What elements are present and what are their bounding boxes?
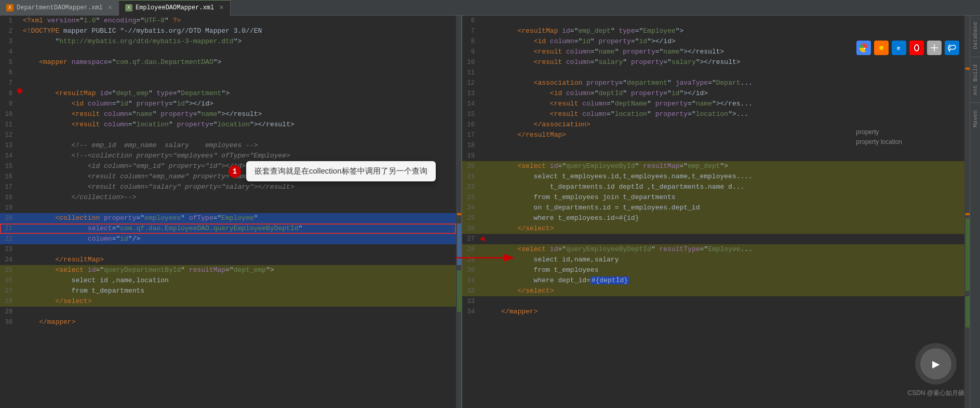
right-line-21: 21 select t_employees.id,t_employees.nam… <box>462 172 964 182</box>
csdn-text-label: CSDN @素心如月砸 <box>907 389 964 398</box>
tooltip-bubble: 嵌套查询就是在collection标签中调用了另一个查询 <box>246 161 436 181</box>
code-line-3: 3 "http://mybatis.org/dtd/mybatis-3-mapp… <box>0 36 456 47</box>
right-line-26: 26 </select> <box>462 223 964 234</box>
csdn-watermark: ▶ CSDN @素心如月砸 <box>907 343 964 398</box>
right-line-28: 28 <select id="queryEmployeeByDeptId" re… <box>462 244 964 255</box>
code-line-19: 19 <box>0 203 456 213</box>
right-line-22: 22 t_departments.id deptId ,t_department… <box>462 182 964 192</box>
tab-icon-left: X <box>6 4 14 11</box>
tab-label-right: EmployeeDAOMapper.xml <box>136 4 214 11</box>
sidebar-tab-maven[interactable]: Maven <box>971 106 979 131</box>
gutter-mark-green-right2 <box>965 296 970 327</box>
gutter-mark-green-left <box>457 270 461 312</box>
tab-icon-right: X <box>125 4 132 11</box>
right-line-31: 31 where dept_id=#{deptId} <box>462 275 964 286</box>
code-line-22: 22 column="id"/> <box>0 234 456 244</box>
code-line-17: 17 <result column="salary" property="sal… <box>0 182 456 192</box>
right-line-27: 27 ◀ <box>462 234 964 244</box>
edge-icon[interactable] <box>945 41 959 55</box>
svg-point-3 <box>879 46 883 50</box>
right-line-30: 30 from t_employees <box>462 265 964 275</box>
right-line-29: 29 select id,name,salary <box>462 255 964 265</box>
right-line-12: 12 <association property="department" ja… <box>462 78 964 88</box>
right-line-24: 24 on t_departments.id = t_employees.dep… <box>462 203 964 213</box>
left-code-content: 1 <?xml version="1.0" encoding="UTF-8" ?… <box>0 16 456 408</box>
tab-bar: X DepartmentDAOMapper.xml × X EmployeeDA… <box>0 0 980 16</box>
code-line-7: 7 <box>0 78 456 88</box>
code-line-9: 9 <id column="id" property="id"></id> <box>0 99 456 109</box>
right-gutter <box>964 16 970 408</box>
code-line-13: 13 <!-- emp_id emp_name salary employees… <box>0 140 456 151</box>
right-line-19: 19 <box>462 151 964 161</box>
gutter-mark-green-right <box>965 218 970 291</box>
firefox-icon[interactable] <box>874 41 889 55</box>
ie-icon[interactable]: e <box>892 41 906 55</box>
annotation-area: property property location <box>856 127 902 147</box>
right-editor[interactable]: 6 7 <resultMap id="emp_dept" type="Emplo… <box>462 16 970 408</box>
code-line-26: 26 select id ,name,location <box>0 275 456 286</box>
gutter-mark-orange-right <box>965 213 970 215</box>
vertical-sidebar: Database Ant Build Maven <box>970 16 980 408</box>
browser-toolbar-icons: e <box>856 41 959 55</box>
opera-icon[interactable] <box>909 41 924 55</box>
code-line-28: 28 </select> <box>0 296 456 307</box>
annotation-property: property <box>856 127 902 137</box>
code-line-21: 21 select="com.qf.dao.EmployeeDAO.queryE… <box>0 223 456 234</box>
right-line-23: 23 from t_employees join t_departments <box>462 192 964 203</box>
tooltip-overlay: 1 嵌套查询就是在collection标签中调用了另一个查询 <box>229 161 436 181</box>
right-line-13: 13 <id column="deptId" property="id"></i… <box>462 88 964 99</box>
right-line-33: 33 <box>462 296 964 307</box>
right-line-6: 6 <box>462 16 964 26</box>
main-content: 1 <?xml version="1.0" encoding="UTF-8" ?… <box>0 16 980 408</box>
code-line-29: 29 <box>0 307 456 317</box>
sidebar-tab-database[interactable]: Database <box>971 18 979 54</box>
code-line-18: 18 </collection>--> <box>0 192 456 203</box>
svg-text:e: e <box>897 45 901 51</box>
tab-employee-mapper[interactable]: X EmployeeDAOMapper.xml × <box>119 0 231 16</box>
tooltip-number: 1 <box>229 165 241 178</box>
csdn-logo-area: ▶ <box>915 343 957 385</box>
right-line-15: 15 <result column="location" property="l… <box>462 109 964 120</box>
sidebar-tab-ant-build[interactable]: Ant Build <box>971 60 979 99</box>
right-line-32: 32 </select> <box>462 286 964 296</box>
gutter-mark-yellow-right <box>965 68 970 70</box>
breakpoint-8 <box>17 88 22 94</box>
sidebar-divider-1 <box>971 57 980 57</box>
chrome-icon[interactable] <box>856 41 871 55</box>
code-line-1: 1 <?xml version="1.0" encoding="UTF-8" ?… <box>0 16 456 26</box>
code-line-27: 27 from t_departments <box>0 286 456 296</box>
tab-label-left: DepartmentDAOMapper.xml <box>17 4 103 11</box>
sidebar-divider-2 <box>971 102 980 103</box>
right-line-20: 20 <select id="queryEmployeeById" result… <box>462 161 964 172</box>
code-line-25: 25 <select id="queryDepartmentById" resu… <box>0 265 456 275</box>
left-arrow-marker: ◀ <box>479 234 485 244</box>
tooltip-text: 嵌套查询就是在collection标签中调用了另一个查询 <box>254 166 427 175</box>
code-line-12: 12 <box>0 130 456 140</box>
code-line-10: 10 <result column="name" property="name"… <box>0 109 456 120</box>
right-line-34: 34 </mapper> <box>462 307 964 317</box>
code-line-5: 5 <mapper namespace="com.qf.dao.Departme… <box>0 57 456 68</box>
tab-department-mapper[interactable]: X DepartmentDAOMapper.xml × <box>0 0 119 16</box>
left-gutter <box>456 16 461 408</box>
code-line-24: 24 </resultMap> <box>0 255 456 265</box>
red-arrow-svg <box>456 253 518 263</box>
code-line-2: 2 <!DOCTYPE mapper PUBLIC "-//mybatis.or… <box>0 26 456 36</box>
safari-icon[interactable] <box>927 41 942 55</box>
right-code-content: 6 7 <resultMap id="emp_dept" type="Emplo… <box>462 16 964 408</box>
code-line-14: 14 <!--<collection property="employees" … <box>0 151 456 161</box>
tab-close-left[interactable]: × <box>108 4 112 12</box>
tab-close-right[interactable]: × <box>219 4 223 12</box>
left-editor[interactable]: 1 <?xml version="1.0" encoding="UTF-8" ?… <box>0 16 462 408</box>
code-line-4: 4 <box>0 47 456 57</box>
code-line-11: 11 <result column="location" property="l… <box>0 120 456 130</box>
right-line-14: 14 <result column="deptName" property="n… <box>462 99 964 109</box>
annotation-property-location: property location <box>856 137 902 147</box>
right-line-7: 7 <resultMap id="emp_dept" type="Employe… <box>462 26 964 36</box>
code-line-30: 30 </mapper> <box>0 317 456 327</box>
gutter-mark-yellow-left <box>457 213 461 215</box>
red-arrow-annotation <box>456 253 518 263</box>
code-line-20: 20 <collection property="employees" ofTy… <box>0 213 456 223</box>
code-line-8: 8 <resultMap id="dept_emp" type="Departm… <box>0 88 456 99</box>
play-button-icon: ▶ <box>920 348 951 379</box>
right-line-25: 25 where t_employees.id=#{id} <box>462 213 964 223</box>
